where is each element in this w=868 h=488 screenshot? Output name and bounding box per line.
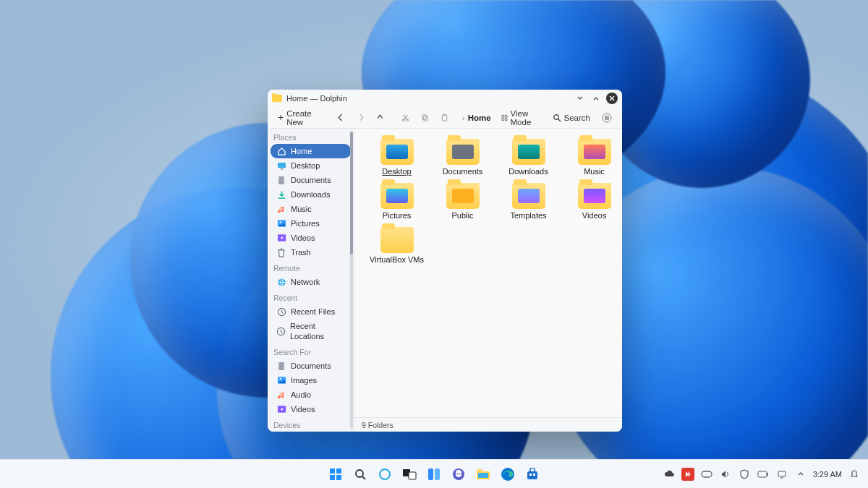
notifications-icon[interactable] xyxy=(848,468,861,481)
sidebar-item-music[interactable]: Music xyxy=(271,202,351,216)
folder-label: Desktop xyxy=(382,167,411,176)
svg-rect-40 xyxy=(435,468,440,480)
statusbar: 9 Folders xyxy=(354,417,622,432)
folder-icon xyxy=(578,183,611,209)
svg-point-18 xyxy=(279,221,281,223)
taskbar-search-icon[interactable] xyxy=(350,464,370,484)
sidebar-item-recent-locations[interactable]: Recent Locations xyxy=(271,319,351,343)
taskbar-start-icon[interactable] xyxy=(326,464,346,484)
sidebar-item-downloads[interactable]: Downloads xyxy=(271,187,351,202)
recent-icon xyxy=(276,327,286,335)
tray-chevron-icon[interactable] xyxy=(794,468,807,481)
nav-back-button[interactable] xyxy=(333,111,349,124)
taskbar-edge-icon[interactable] xyxy=(498,464,518,484)
file-view[interactable]: DesktopDocumentsDownloadsMusicPicturesPu… xyxy=(354,129,622,432)
folder-item-templates[interactable]: Templates xyxy=(498,183,559,220)
create-new-label: Create New xyxy=(286,109,319,127)
sidebar: PlacesHomeDesktopDocumentsDownloadsMusic… xyxy=(268,129,354,432)
taskbar-assistant-icon[interactable] xyxy=(375,464,395,484)
tray-game-icon[interactable] xyxy=(700,468,713,481)
search-button[interactable]: Search xyxy=(548,111,595,124)
folder-item-downloads[interactable]: Downloads xyxy=(498,139,559,176)
sidebar-item-home[interactable]: Home xyxy=(271,144,351,158)
folder-item-videos[interactable]: Videos xyxy=(563,183,622,220)
taskbar-widgets-icon[interactable] xyxy=(424,464,444,484)
svg-point-12 xyxy=(553,114,558,119)
tray-battery-icon[interactable] xyxy=(757,468,770,481)
pictures-icon xyxy=(276,376,286,385)
sidebar-item-pictures[interactable]: Pictures xyxy=(271,216,351,231)
sidebar-scrollbar-thumb[interactable] xyxy=(350,132,353,254)
sidebar-item-desktop[interactable]: Desktop xyxy=(271,158,351,173)
svg-rect-6 xyxy=(443,115,447,121)
taskbar: 3:29 AM xyxy=(0,459,868,488)
folder-icon xyxy=(380,183,414,209)
sidebar-item-documents[interactable]: Documents xyxy=(271,173,351,187)
sidebar-item-documents[interactable]: Documents xyxy=(271,359,351,373)
window-maximize-button[interactable] xyxy=(590,93,602,104)
sidebar-item-label: Documents xyxy=(291,175,331,185)
tray-network-icon[interactable] xyxy=(775,468,788,481)
taskbar-files-icon[interactable] xyxy=(473,464,493,484)
taskbar-desktops-icon[interactable] xyxy=(399,464,420,484)
hamburger-menu-button[interactable] xyxy=(597,111,616,125)
sidebar-item-label: Recent Files xyxy=(291,307,335,317)
folder-label: VirtualBox VMs xyxy=(370,255,424,264)
tray-cloud-icon[interactable] xyxy=(663,468,676,481)
copy-button[interactable] xyxy=(417,111,433,124)
folder-item-documents[interactable]: Documents xyxy=(432,139,493,176)
recent-icon xyxy=(276,307,286,316)
folder-item-desktop[interactable]: Desktop xyxy=(366,139,427,176)
cut-button[interactable] xyxy=(397,111,414,124)
clock[interactable]: 3:29 AM xyxy=(813,470,842,479)
paste-button[interactable] xyxy=(436,111,453,124)
toolbar: Create New › Home View Mode Search xyxy=(268,107,622,129)
folder-icon xyxy=(512,183,545,209)
titlebar[interactable]: Home — Dolphin xyxy=(268,90,622,107)
svg-rect-9 xyxy=(505,115,507,117)
svg-point-2 xyxy=(403,119,405,121)
svg-rect-33 xyxy=(330,475,335,480)
sidebar-item-label: Pictures xyxy=(291,218,320,228)
network-icon xyxy=(276,278,286,286)
folder-item-virtualbox-vms[interactable]: VirtualBox VMs xyxy=(366,227,427,264)
svg-rect-48 xyxy=(527,471,537,479)
sidebar-item-label: Network xyxy=(291,277,320,287)
svg-rect-38 xyxy=(409,472,416,479)
sidebar-item-recent-files[interactable]: Recent Files xyxy=(271,304,351,319)
tray-volume-icon[interactable] xyxy=(719,468,732,481)
folder-icon xyxy=(380,227,414,253)
folder-item-pictures[interactable]: Pictures xyxy=(366,183,427,220)
sidebar-section-header: Places xyxy=(268,129,354,144)
sidebar-item-videos[interactable]: Videos xyxy=(271,231,351,245)
sidebar-item-trash[interactable]: Trash xyxy=(271,245,351,260)
status-text: 9 Folders xyxy=(362,421,393,429)
nav-forward-button[interactable] xyxy=(352,111,369,124)
sidebar-item-network[interactable]: Network xyxy=(271,275,351,289)
svg-rect-52 xyxy=(758,471,767,477)
sidebar-item-label: Music xyxy=(291,204,312,214)
create-new-button[interactable]: Create New xyxy=(273,107,323,129)
window-close-button[interactable] xyxy=(606,93,618,104)
sidebar-item-images[interactable]: Images xyxy=(271,373,351,388)
svg-rect-23 xyxy=(278,361,284,369)
folder-icon xyxy=(446,139,480,165)
app-icon xyxy=(272,93,282,103)
view-mode-button[interactable]: View Mode xyxy=(497,107,545,129)
folder-item-public[interactable]: Public xyxy=(432,183,493,220)
folder-item-music[interactable]: Music xyxy=(563,139,622,176)
taskbar-store-icon[interactable] xyxy=(522,464,542,484)
sidebar-item-audio[interactable]: Audio xyxy=(271,388,351,402)
nav-up-button[interactable] xyxy=(372,111,388,124)
sidebar-item-videos[interactable]: Videos xyxy=(271,402,351,416)
folder-label: Public xyxy=(452,211,474,220)
taskbar-chat-icon[interactable] xyxy=(448,464,469,484)
tray-anydesk-icon[interactable] xyxy=(681,468,694,481)
svg-point-25 xyxy=(279,378,281,380)
svg-rect-7 xyxy=(443,114,446,116)
tray-security-icon[interactable] xyxy=(738,468,751,481)
breadcrumb[interactable]: Home xyxy=(468,114,491,122)
sidebar-item-label: Trash xyxy=(291,247,311,257)
window-minimize-button[interactable] xyxy=(574,93,586,104)
system-tray: 3:29 AM xyxy=(663,468,861,481)
